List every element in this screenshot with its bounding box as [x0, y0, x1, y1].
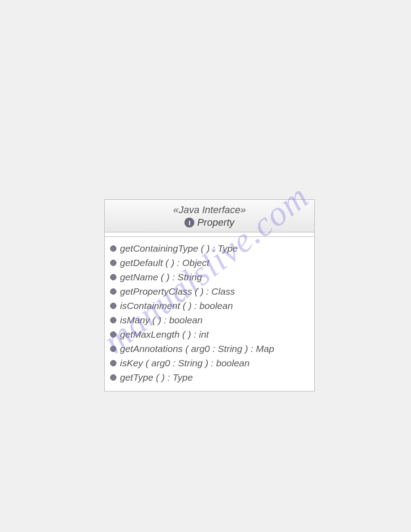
class-name: Property — [197, 217, 234, 228]
method-row: getPropertyClass ( ) : Class — [110, 284, 309, 299]
visibility-icon — [110, 317, 116, 323]
method-compartment: getContainingType ( ) : Type getDefault … — [105, 237, 314, 391]
method-row: getContainingType ( ) : Type — [110, 241, 309, 256]
method-signature: getDefault ( ) : Object — [120, 257, 210, 268]
method-signature: getAnnotations ( arg0 : String ) : Map — [120, 343, 274, 354]
method-row: getType ( ) : Type — [110, 370, 309, 385]
uml-header: «Java Interface» I Property — [105, 200, 314, 232]
method-signature: isMany ( ) : boolean — [120, 315, 202, 326]
visibility-icon — [110, 360, 116, 366]
method-signature: getMaxLength ( ) : int — [120, 329, 209, 340]
stereotype-label: «Java Interface» — [107, 204, 312, 216]
visibility-icon — [110, 331, 116, 338]
method-row: isContainment ( ) : boolean — [110, 299, 309, 313]
method-row: getMaxLength ( ) : int — [110, 327, 309, 342]
visibility-icon — [110, 374, 116, 381]
classname-row: I Property — [107, 217, 312, 228]
method-row: getDefault ( ) : Object — [110, 256, 309, 270]
method-signature: getName ( ) : String — [120, 272, 202, 283]
method-row: isMany ( ) : boolean — [110, 313, 309, 327]
visibility-icon — [110, 303, 116, 309]
method-signature: getPropertyClass ( ) : Class — [120, 286, 235, 297]
uml-class-box: «Java Interface» I Property getContainin… — [104, 199, 315, 391]
visibility-icon — [110, 274, 116, 280]
visibility-icon — [110, 245, 116, 252]
interface-icon: I — [184, 218, 194, 227]
visibility-icon — [110, 346, 116, 352]
attribute-compartment — [105, 232, 314, 237]
method-signature: isContainment ( ) : boolean — [120, 300, 233, 311]
visibility-icon — [110, 260, 116, 266]
method-signature: isKey ( arg0 : String ) : boolean — [120, 358, 249, 369]
visibility-icon — [110, 288, 116, 295]
method-row: getAnnotations ( arg0 : String ) : Map — [110, 342, 309, 356]
method-signature: getType ( ) : Type — [120, 372, 193, 383]
method-row: getName ( ) : String — [110, 270, 309, 284]
method-row: isKey ( arg0 : String ) : boolean — [110, 356, 309, 370]
method-signature: getContainingType ( ) : Type — [120, 243, 238, 254]
